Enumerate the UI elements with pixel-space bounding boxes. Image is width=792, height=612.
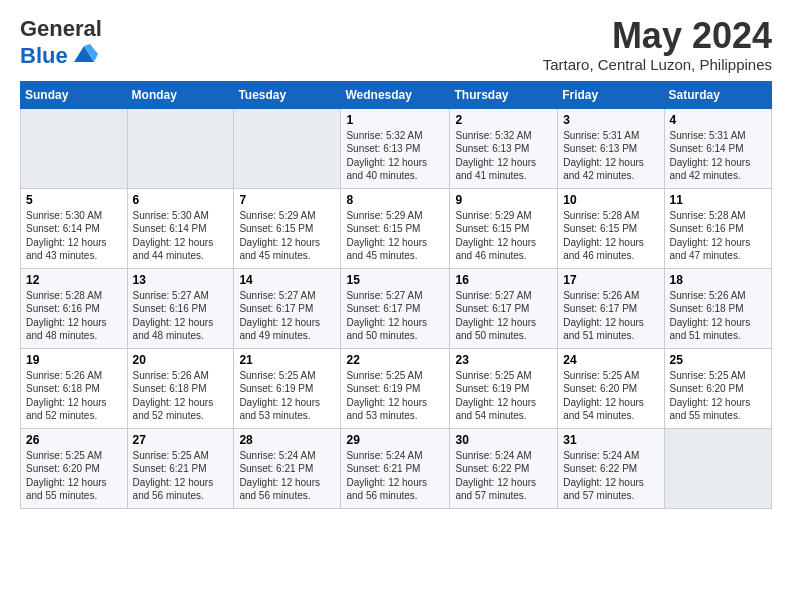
day-number: 17	[563, 273, 658, 287]
day-number: 20	[133, 353, 229, 367]
calendar-cell: 10Sunrise: 5:28 AMSunset: 6:15 PMDayligh…	[558, 188, 664, 268]
day-number: 29	[346, 433, 444, 447]
day-info: Sunrise: 5:32 AMSunset: 6:13 PMDaylight:…	[346, 129, 444, 183]
day-info: Sunrise: 5:27 AMSunset: 6:16 PMDaylight:…	[133, 289, 229, 343]
day-number: 4	[670, 113, 766, 127]
day-info: Sunrise: 5:24 AMSunset: 6:22 PMDaylight:…	[563, 449, 658, 503]
day-info: Sunrise: 5:30 AMSunset: 6:14 PMDaylight:…	[133, 209, 229, 263]
day-info: Sunrise: 5:29 AMSunset: 6:15 PMDaylight:…	[346, 209, 444, 263]
calendar-table: SundayMondayTuesdayWednesdayThursdayFrid…	[20, 81, 772, 509]
day-info: Sunrise: 5:25 AMSunset: 6:20 PMDaylight:…	[670, 369, 766, 423]
day-header-wednesday: Wednesday	[341, 81, 450, 108]
day-info: Sunrise: 5:25 AMSunset: 6:21 PMDaylight:…	[133, 449, 229, 503]
calendar-cell: 27Sunrise: 5:25 AMSunset: 6:21 PMDayligh…	[127, 428, 234, 508]
calendar-week-row: 12Sunrise: 5:28 AMSunset: 6:16 PMDayligh…	[21, 268, 772, 348]
day-number: 7	[239, 193, 335, 207]
day-number: 2	[455, 113, 552, 127]
calendar-cell: 18Sunrise: 5:26 AMSunset: 6:18 PMDayligh…	[664, 268, 771, 348]
day-header-monday: Monday	[127, 81, 234, 108]
calendar-header-row: SundayMondayTuesdayWednesdayThursdayFrid…	[21, 81, 772, 108]
day-header-saturday: Saturday	[664, 81, 771, 108]
location: Tartaro, Central Luzon, Philippines	[543, 56, 772, 73]
logo: General Blue	[20, 16, 102, 70]
calendar-cell	[234, 108, 341, 188]
calendar-week-row: 26Sunrise: 5:25 AMSunset: 6:20 PMDayligh…	[21, 428, 772, 508]
day-number: 23	[455, 353, 552, 367]
day-info: Sunrise: 5:28 AMSunset: 6:16 PMDaylight:…	[670, 209, 766, 263]
day-header-sunday: Sunday	[21, 81, 128, 108]
day-info: Sunrise: 5:29 AMSunset: 6:15 PMDaylight:…	[239, 209, 335, 263]
day-number: 9	[455, 193, 552, 207]
day-info: Sunrise: 5:31 AMSunset: 6:13 PMDaylight:…	[563, 129, 658, 183]
day-info: Sunrise: 5:27 AMSunset: 6:17 PMDaylight:…	[239, 289, 335, 343]
calendar-cell: 25Sunrise: 5:25 AMSunset: 6:20 PMDayligh…	[664, 348, 771, 428]
calendar-cell: 13Sunrise: 5:27 AMSunset: 6:16 PMDayligh…	[127, 268, 234, 348]
day-info: Sunrise: 5:24 AMSunset: 6:21 PMDaylight:…	[346, 449, 444, 503]
logo-icon	[70, 40, 98, 68]
day-number: 18	[670, 273, 766, 287]
calendar-week-row: 5Sunrise: 5:30 AMSunset: 6:14 PMDaylight…	[21, 188, 772, 268]
calendar-cell: 15Sunrise: 5:27 AMSunset: 6:17 PMDayligh…	[341, 268, 450, 348]
day-info: Sunrise: 5:26 AMSunset: 6:17 PMDaylight:…	[563, 289, 658, 343]
calendar-cell: 6Sunrise: 5:30 AMSunset: 6:14 PMDaylight…	[127, 188, 234, 268]
day-info: Sunrise: 5:25 AMSunset: 6:19 PMDaylight:…	[455, 369, 552, 423]
day-header-thursday: Thursday	[450, 81, 558, 108]
day-info: Sunrise: 5:24 AMSunset: 6:21 PMDaylight:…	[239, 449, 335, 503]
day-number: 24	[563, 353, 658, 367]
day-info: Sunrise: 5:25 AMSunset: 6:20 PMDaylight:…	[563, 369, 658, 423]
day-number: 12	[26, 273, 122, 287]
calendar-cell: 21Sunrise: 5:25 AMSunset: 6:19 PMDayligh…	[234, 348, 341, 428]
day-number: 19	[26, 353, 122, 367]
day-number: 15	[346, 273, 444, 287]
calendar-cell: 8Sunrise: 5:29 AMSunset: 6:15 PMDaylight…	[341, 188, 450, 268]
day-number: 1	[346, 113, 444, 127]
logo-general: General	[20, 16, 102, 41]
calendar-week-row: 19Sunrise: 5:26 AMSunset: 6:18 PMDayligh…	[21, 348, 772, 428]
calendar-cell: 5Sunrise: 5:30 AMSunset: 6:14 PMDaylight…	[21, 188, 128, 268]
day-info: Sunrise: 5:25 AMSunset: 6:19 PMDaylight:…	[239, 369, 335, 423]
day-info: Sunrise: 5:31 AMSunset: 6:14 PMDaylight:…	[670, 129, 766, 183]
day-info: Sunrise: 5:25 AMSunset: 6:20 PMDaylight:…	[26, 449, 122, 503]
calendar-cell	[127, 108, 234, 188]
calendar-cell: 4Sunrise: 5:31 AMSunset: 6:14 PMDaylight…	[664, 108, 771, 188]
day-number: 11	[670, 193, 766, 207]
day-info: Sunrise: 5:25 AMSunset: 6:19 PMDaylight:…	[346, 369, 444, 423]
day-number: 27	[133, 433, 229, 447]
day-number: 8	[346, 193, 444, 207]
day-number: 30	[455, 433, 552, 447]
day-info: Sunrise: 5:28 AMSunset: 6:15 PMDaylight:…	[563, 209, 658, 263]
day-number: 3	[563, 113, 658, 127]
title-block: May 2024 Tartaro, Central Luzon, Philipp…	[543, 16, 772, 73]
calendar-cell: 17Sunrise: 5:26 AMSunset: 6:17 PMDayligh…	[558, 268, 664, 348]
calendar-cell: 7Sunrise: 5:29 AMSunset: 6:15 PMDaylight…	[234, 188, 341, 268]
calendar-cell: 26Sunrise: 5:25 AMSunset: 6:20 PMDayligh…	[21, 428, 128, 508]
day-number: 5	[26, 193, 122, 207]
calendar-cell: 16Sunrise: 5:27 AMSunset: 6:17 PMDayligh…	[450, 268, 558, 348]
month-title: May 2024	[543, 16, 772, 56]
calendar-cell: 9Sunrise: 5:29 AMSunset: 6:15 PMDaylight…	[450, 188, 558, 268]
day-info: Sunrise: 5:27 AMSunset: 6:17 PMDaylight:…	[455, 289, 552, 343]
calendar-cell: 29Sunrise: 5:24 AMSunset: 6:21 PMDayligh…	[341, 428, 450, 508]
day-header-friday: Friday	[558, 81, 664, 108]
day-number: 31	[563, 433, 658, 447]
calendar-cell: 19Sunrise: 5:26 AMSunset: 6:18 PMDayligh…	[21, 348, 128, 428]
day-number: 25	[670, 353, 766, 367]
calendar-cell: 11Sunrise: 5:28 AMSunset: 6:16 PMDayligh…	[664, 188, 771, 268]
day-number: 22	[346, 353, 444, 367]
logo-blue: Blue	[20, 43, 68, 69]
calendar-cell	[21, 108, 128, 188]
day-info: Sunrise: 5:26 AMSunset: 6:18 PMDaylight:…	[670, 289, 766, 343]
day-info: Sunrise: 5:30 AMSunset: 6:14 PMDaylight:…	[26, 209, 122, 263]
calendar-cell: 12Sunrise: 5:28 AMSunset: 6:16 PMDayligh…	[21, 268, 128, 348]
day-info: Sunrise: 5:28 AMSunset: 6:16 PMDaylight:…	[26, 289, 122, 343]
calendar-week-row: 1Sunrise: 5:32 AMSunset: 6:13 PMDaylight…	[21, 108, 772, 188]
calendar-cell: 23Sunrise: 5:25 AMSunset: 6:19 PMDayligh…	[450, 348, 558, 428]
day-number: 28	[239, 433, 335, 447]
calendar-cell: 31Sunrise: 5:24 AMSunset: 6:22 PMDayligh…	[558, 428, 664, 508]
day-number: 16	[455, 273, 552, 287]
calendar-cell: 22Sunrise: 5:25 AMSunset: 6:19 PMDayligh…	[341, 348, 450, 428]
day-number: 13	[133, 273, 229, 287]
page-header: General Blue May 2024 Tartaro, Central L…	[20, 16, 772, 73]
day-header-tuesday: Tuesday	[234, 81, 341, 108]
calendar-cell: 24Sunrise: 5:25 AMSunset: 6:20 PMDayligh…	[558, 348, 664, 428]
